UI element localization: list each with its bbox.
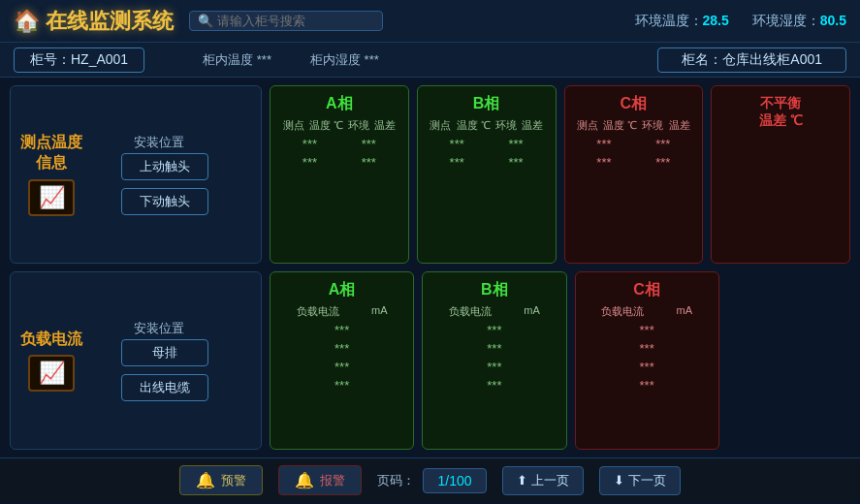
next-label: 下一页 (628, 472, 666, 489)
env-temp-label: 环境温度： (635, 13, 703, 28)
env-humidity-label: 环境湿度： (752, 13, 820, 28)
cabinet-bar: 柜号：HZ_A001 柜内温度 *** 柜内湿度 *** 柜名：仓库出线柜A00… (0, 43, 860, 78)
inner-temp: 柜内温度 *** (203, 51, 271, 69)
cabinet-id: 柜号：HZ_A001 (14, 47, 144, 73)
current-position-buttons: 母排 出线电缆 (121, 339, 208, 401)
busbar-button[interactable]: 母排 (121, 339, 208, 366)
temp-card-b: B相 测点 温度 ℃ 环境 温差 *** *** *** *** (417, 85, 557, 264)
current-b-row2: *** (432, 341, 556, 356)
current-card-c: C相 负载电流 mA *** *** *** *** (575, 271, 719, 450)
prev-page-button[interactable]: ⬆ 上一页 (502, 466, 584, 495)
current-c-row3: *** (586, 360, 709, 374)
footer: 🔔 预警 🔔 报警 页码： 1/100 ⬆ 上一页 ⬇ 下一页 (0, 457, 860, 502)
phase-c-title: C相 (575, 94, 693, 114)
main-content: 测点温度 信息 📈 安装位置 上动触头 下动触头 负载电流 (0, 78, 860, 457)
lower-contact-button[interactable]: 下动触头 (121, 188, 208, 215)
temp-section: 测点温度 信息 📈 安装位置 上动触头 下动触头 (10, 85, 262, 264)
current-c-title: C相 (586, 280, 709, 300)
current-a-unit: 负载电流 mA (280, 304, 403, 319)
current-b-row1: *** (432, 323, 556, 337)
unbalanced-card: 不平衡 温差 ℃ (711, 85, 850, 264)
temp-label: 测点温度 信息 (20, 133, 82, 173)
env-humidity: 环境湿度：80.5 (752, 13, 846, 30)
phase-b-title: B相 (428, 94, 546, 114)
home-icon: 🏠 (14, 9, 40, 34)
phase-b-cols: 测点 温度 ℃ 环境 温差 (428, 118, 546, 133)
phase-c-row1: *** *** (575, 137, 693, 151)
search-icon: 🔍 (198, 14, 213, 28)
current-a-row2: *** (280, 341, 403, 356)
prev-icon: ⬆ (517, 473, 527, 488)
app-title: 在线监测系统 (46, 7, 174, 36)
current-spacer (727, 271, 850, 450)
phase-a-title: A相 (280, 94, 398, 114)
page-info: 页码： 1/100 (377, 468, 486, 493)
search-box[interactable]: 🔍 (189, 11, 383, 31)
phase-c-cols: 测点 温度 ℃ 环境 温差 (575, 118, 693, 133)
phase-c-row2: *** *** (575, 155, 693, 170)
current-section: 负载电流 📈 安装位置 母排 出线电缆 (10, 271, 262, 450)
current-install-label: 安装位置 (110, 320, 208, 337)
current-c-row2: *** (586, 341, 709, 356)
page-label: 页码： (377, 472, 415, 489)
unbalanced-title: 不平衡 温差 ℃ (721, 94, 840, 129)
alarm-label: 报警 (320, 472, 345, 489)
env-info: 环境温度：28.5 环境湿度：80.5 (635, 13, 847, 30)
header: 🏠 在线监测系统 🔍 环境温度：28.5 环境湿度：80.5 (0, 0, 860, 43)
warning-bell-icon: 🔔 (196, 471, 215, 489)
page-number: 1/100 (423, 468, 486, 493)
current-card-b: B相 负载电流 mA *** *** *** *** (422, 271, 566, 450)
temp-card-a: A相 测点 温度 ℃ 环境 温差 *** *** *** *** (270, 85, 409, 264)
current-b-row3: *** (432, 360, 556, 374)
warning-label: 预警 (221, 472, 246, 489)
warning-button[interactable]: 🔔 预警 (179, 465, 263, 495)
current-row: A相 负载电流 mA *** *** *** *** (270, 271, 850, 450)
search-input[interactable] (217, 14, 372, 28)
alarm-button[interactable]: 🔔 报警 (278, 465, 362, 495)
next-page-button[interactable]: ⬇ 下一页 (599, 466, 681, 495)
right-grid: A相 测点 温度 ℃ 环境 温差 *** *** *** *** B相 (270, 85, 850, 450)
current-c-row4: *** (586, 378, 709, 393)
temp-chart-icon: 📈 (28, 179, 75, 216)
phase-a-row1: *** *** (280, 137, 398, 151)
current-label: 负载电流 (20, 330, 82, 350)
phase-b-row2: *** *** (428, 155, 546, 170)
next-icon: ⬇ (614, 473, 624, 488)
phase-a-row2: *** *** (280, 155, 398, 170)
outgoing-cable-button[interactable]: 出线电缆 (121, 374, 208, 401)
current-a-row4: *** (280, 378, 403, 393)
prev-label: 上一页 (531, 472, 569, 489)
cabinet-sub-info: 柜内温度 *** 柜内湿度 *** (203, 51, 379, 69)
upper-contact-button[interactable]: 上动触头 (121, 153, 208, 180)
temp-install-label: 安装位置 (110, 134, 208, 151)
cabinet-name: 柜名：仓库出线柜A001 (657, 47, 846, 73)
header-title: 🏠 在线监测系统 (14, 7, 174, 36)
temp-card-c: C相 测点 温度 ℃ 环境 温差 *** *** *** *** (564, 85, 704, 264)
env-temp-value: 28.5 (703, 13, 729, 28)
left-panel: 测点温度 信息 📈 安装位置 上动触头 下动触头 负载电流 (10, 85, 262, 450)
temp-position-buttons: 上动触头 下动触头 (121, 153, 208, 215)
current-c-unit: 负载电流 mA (586, 304, 709, 319)
env-temp: 环境温度：28.5 (635, 13, 729, 30)
current-a-row3: *** (280, 360, 403, 374)
temp-row: A相 测点 温度 ℃ 环境 温差 *** *** *** *** B相 (270, 85, 850, 264)
inner-humidity: 柜内湿度 *** (310, 51, 379, 69)
current-b-title: B相 (432, 280, 556, 300)
env-humidity-value: 80.5 (820, 13, 846, 28)
current-chart-icon: 📈 (28, 355, 75, 392)
current-b-unit: 负载电流 mA (432, 304, 556, 319)
phase-b-row1: *** *** (428, 137, 546, 151)
current-c-row1: *** (586, 323, 709, 337)
current-a-row1: *** (280, 323, 403, 337)
current-a-title: A相 (280, 280, 403, 300)
current-b-row4: *** (432, 378, 556, 393)
alarm-bell-icon: 🔔 (295, 471, 314, 489)
phase-a-cols: 测点 温度 ℃ 环境 温差 (280, 118, 398, 133)
current-card-a: A相 负载电流 mA *** *** *** *** (270, 271, 414, 450)
